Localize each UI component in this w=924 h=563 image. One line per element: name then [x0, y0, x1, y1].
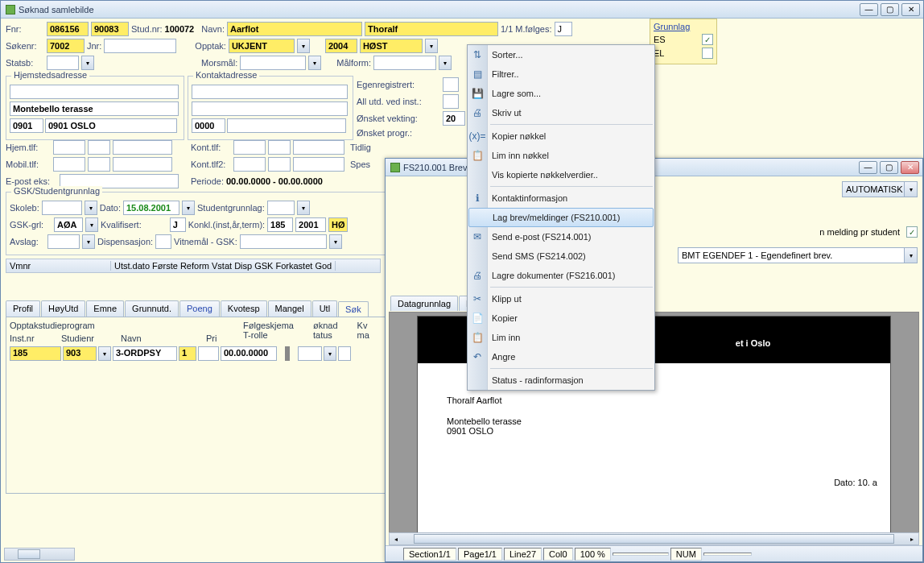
- brev-maximize[interactable]: ▢: [880, 161, 898, 174]
- ctx-kopier-n-kkel[interactable]: (x)=Kopier nøkkel: [468, 126, 654, 146]
- poststed1-input[interactable]: [45, 118, 177, 133]
- tab-utl[interactable]: Utl: [312, 300, 337, 317]
- gskgrl-input[interactable]: [54, 217, 83, 232]
- studentgrunnlag-dd[interactable]: ▾: [297, 201, 310, 215]
- fornavn-input[interactable]: [365, 22, 498, 36]
- opptak-dropdown[interactable]: ▾: [297, 39, 310, 53]
- opptak-input[interactable]: [229, 39, 295, 53]
- term-dropdown[interactable]: ▾: [425, 39, 438, 53]
- ctx-lim-inn[interactable]: 📋Lim inn: [468, 328, 654, 347]
- melding-checkbox[interactable]: ✓: [906, 226, 918, 238]
- ctx-send-e-post-fs214-001-[interactable]: ✉Send e-post (FS214.001): [468, 227, 654, 246]
- fnr1-input[interactable]: [47, 22, 89, 36]
- onsketv-input[interactable]: [443, 111, 465, 126]
- ctx-lagre-dokumenter-fs216-001-[interactable]: 🖨Lagre dokumenter (FS216.001): [468, 266, 654, 285]
- kadr-l2[interactable]: [192, 101, 348, 116]
- aar-input[interactable]: [325, 39, 357, 53]
- konttlf3[interactable]: [293, 140, 344, 155]
- dato-dd[interactable]: ▾: [182, 201, 195, 215]
- sokenr-input[interactable]: [47, 39, 85, 53]
- konkl3-input[interactable]: [328, 217, 348, 232]
- term-input[interactable]: [360, 39, 423, 53]
- allutd-input[interactable]: [443, 94, 459, 109]
- adr-l1[interactable]: [10, 85, 179, 99]
- tab-profil[interactable]: Profil: [6, 300, 40, 317]
- mob1[interactable]: [53, 157, 85, 172]
- ctx-kontaktinformasjon[interactable]: ℹKontaktinformasjon: [468, 188, 654, 208]
- ctx-kopier[interactable]: 📄Kopier: [468, 308, 654, 328]
- template-arrow[interactable]: ▾: [905, 247, 918, 263]
- mob3[interactable]: [113, 157, 172, 172]
- statsb-input[interactable]: [47, 56, 79, 70]
- gskdato-input[interactable]: [123, 201, 179, 215]
- automatisk-arrow[interactable]: ▾: [905, 181, 918, 197]
- minimize-button[interactable]: —: [860, 3, 878, 16]
- ctx-vis-kopierte-n-kkelverdier-[interactable]: Vis kopierte nøkkelverdier..: [468, 165, 654, 184]
- poststed2-input[interactable]: [227, 118, 346, 133]
- kont2b[interactable]: [268, 157, 291, 172]
- automatisk-select[interactable]: AUTOMATISK: [842, 181, 905, 197]
- studentgrunnlag-input[interactable]: [267, 201, 295, 215]
- brev-close[interactable]: ✕: [901, 161, 919, 174]
- row-f1[interactable]: [198, 346, 219, 361]
- ctx-send-sms-fs214-002-[interactable]: Send SMS (FS214.002): [468, 246, 654, 266]
- es-checkbox[interactable]: ✓: [702, 34, 713, 45]
- malform-dropdown[interactable]: ▾: [439, 56, 452, 70]
- row-studienr[interactable]: 903: [63, 346, 97, 361]
- ctx-lag-brev-meldinger-fs210-001-[interactable]: Lag brev/meldinger (FS210.001): [468, 208, 654, 227]
- bottom-scroll[interactable]: [4, 548, 75, 561]
- hjemtlf1[interactable]: [53, 140, 85, 155]
- ctx-lagre-som-[interactable]: 💾Lagre som...: [468, 84, 654, 103]
- tab-mangel[interactable]: Mangel: [268, 300, 311, 317]
- konttlf1[interactable]: [233, 140, 266, 155]
- ctx-angre[interactable]: ↶Angre: [468, 347, 654, 366]
- postnr2-input[interactable]: [192, 118, 225, 133]
- morsmal-input[interactable]: [240, 56, 306, 70]
- kont2a[interactable]: [233, 157, 266, 172]
- row-pri[interactable]: 1: [179, 346, 196, 361]
- ctx-skriv-ut[interactable]: 🖨Skriv ut: [468, 103, 654, 122]
- ctx-status-radinformasjon[interactable]: Status - radinformasjon: [468, 371, 654, 390]
- template-select[interactable]: BMT EGENDEF 1 - Egendefinert brev.: [678, 247, 905, 263]
- malform-input[interactable]: [373, 56, 436, 70]
- doc-hscroll[interactable]: ◂ ▸: [389, 532, 919, 545]
- vit-dd[interactable]: ▾: [329, 234, 342, 249]
- avslag-input[interactable]: [47, 234, 80, 249]
- row-studienr-dd[interactable]: ▾: [98, 346, 111, 361]
- el-checkbox[interactable]: [702, 48, 713, 59]
- morsmal-dropdown[interactable]: ▾: [308, 56, 321, 70]
- row-s1-dd[interactable]: ▾: [324, 346, 336, 361]
- statsb-dropdown[interactable]: ▾: [81, 56, 94, 70]
- disp-input[interactable]: [155, 234, 171, 249]
- kadr-l1[interactable]: [192, 85, 348, 99]
- row-navn[interactable]: 3-ORDPSY: [113, 346, 177, 361]
- skoleb-dd[interactable]: ▾: [85, 201, 97, 215]
- kont2c[interactable]: [293, 157, 344, 172]
- grunnlag-link[interactable]: Grunnlag: [654, 22, 690, 31]
- maximize-button[interactable]: ▢: [881, 3, 899, 16]
- tab-emne[interactable]: Emne: [86, 300, 124, 317]
- avslag-dd[interactable]: ▾: [82, 234, 95, 249]
- row-dato[interactable]: 00.00.0000: [221, 346, 277, 361]
- etternavn-input[interactable]: [227, 22, 362, 36]
- tab-sok[interactable]: Søk: [338, 301, 369, 317]
- tab-kvotesp[interactable]: Kvotesp: [221, 300, 267, 317]
- row-instnr[interactable]: 185: [10, 346, 61, 361]
- mfolges-input[interactable]: [555, 22, 572, 36]
- konkl1-input[interactable]: [267, 217, 293, 232]
- vit-input[interactable]: [240, 234, 327, 249]
- ctx-klipp-ut[interactable]: ✂Klipp ut: [468, 289, 654, 308]
- close-button[interactable]: ✕: [901, 3, 920, 16]
- adr-l2[interactable]: [10, 101, 179, 116]
- postnr1-input[interactable]: [10, 118, 43, 133]
- tab-poeng[interactable]: Poeng: [179, 300, 220, 317]
- ctx-lim-inn-n-kkel[interactable]: 📋Lim inn nøkkel: [468, 146, 654, 165]
- egenreg-input[interactable]: [443, 77, 459, 92]
- fnr2-input[interactable]: [91, 22, 129, 36]
- tab-grunnutd[interactable]: Grunnutd.: [125, 300, 179, 317]
- row-s1[interactable]: [298, 346, 322, 361]
- ctx-filtrer-[interactable]: ▤Filtrer..: [468, 64, 654, 84]
- gskgrl-dd[interactable]: ▾: [85, 217, 98, 232]
- brev-minimize[interactable]: —: [859, 161, 877, 174]
- konttlf2[interactable]: [268, 140, 291, 155]
